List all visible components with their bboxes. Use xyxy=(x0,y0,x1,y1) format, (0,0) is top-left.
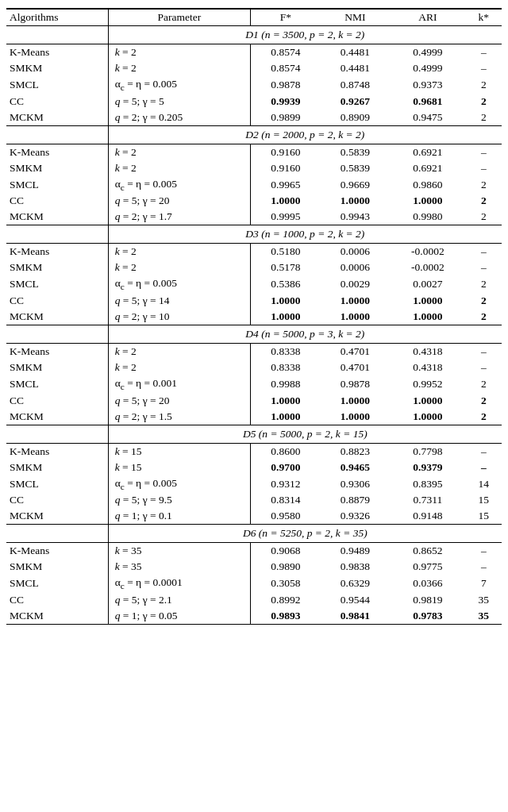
kstar-value: – xyxy=(466,543,502,560)
nmi-value: 0.8823 xyxy=(321,443,390,460)
ari-value: -0.0002 xyxy=(390,244,465,260)
kstar-value: – xyxy=(466,260,502,275)
fstar-value: 0.5180 xyxy=(250,244,320,260)
kstar-value: – xyxy=(466,160,502,176)
algo-name: K-Means xyxy=(6,443,108,460)
nmi-value: 0.9943 xyxy=(321,209,390,225)
ari-value: 0.4999 xyxy=(390,60,465,76)
ari-value: -0.0002 xyxy=(390,260,465,275)
section-title-2: D3 (n = 1000, p = 2, k = 2) xyxy=(108,225,502,244)
param-value: q = 5; γ = 20 xyxy=(108,193,250,209)
algo-name: MCKM xyxy=(6,409,108,425)
nmi-value: 0.9465 xyxy=(321,460,390,475)
nmi-value: 0.8909 xyxy=(321,110,390,126)
param-value: k = 2 xyxy=(108,344,250,360)
section-title-0: D1 (n = 3500, p = 2, k = 2) xyxy=(108,26,502,44)
param-value: αc = η = 0.001 xyxy=(108,375,250,393)
fstar-value: 0.5178 xyxy=(250,260,320,275)
kstar-value: 15 xyxy=(466,508,502,525)
nmi-value: 0.5839 xyxy=(321,160,390,176)
fstar-value: 1.0000 xyxy=(250,309,320,325)
algo-name: SMCL xyxy=(6,475,108,493)
nmi-value: 0.0029 xyxy=(321,275,390,293)
ari-value: 0.9819 xyxy=(390,592,465,608)
nmi-value: 0.6329 xyxy=(321,575,390,592)
algo-name: SMCL xyxy=(6,76,108,94)
ari-value: 0.4318 xyxy=(390,360,465,375)
algo-name: SMKM xyxy=(6,460,108,475)
algo-name: MCKM xyxy=(6,608,108,625)
param-value: k = 2 xyxy=(108,260,250,275)
ari-value: 1.0000 xyxy=(390,309,465,325)
ari-value: 1.0000 xyxy=(390,293,465,309)
param-value: k = 15 xyxy=(108,460,250,475)
ari-value: 0.9952 xyxy=(390,375,465,393)
kstar-value: 2 xyxy=(466,110,502,126)
ari-value: 1.0000 xyxy=(390,193,465,209)
ari-value: 0.8652 xyxy=(390,543,465,560)
algo-name: CC xyxy=(6,492,108,508)
fstar-value: 0.8992 xyxy=(250,592,320,608)
ari-value: 0.4318 xyxy=(390,344,465,360)
ari-value: 0.9783 xyxy=(390,608,465,625)
section-title-3: D4 (n = 5000, p = 3, k = 2) xyxy=(108,325,502,344)
kstar-value: 7 xyxy=(466,575,502,592)
header-fstar: F* xyxy=(250,9,320,26)
nmi-value: 1.0000 xyxy=(321,193,390,209)
algo-name: MCKM xyxy=(6,309,108,325)
header-algo: Algorithms xyxy=(6,9,108,26)
nmi-value: 0.4701 xyxy=(321,360,390,375)
param-value: q = 1; γ = 0.1 xyxy=(108,508,250,525)
results-table: Algorithms Parameter F* NMI ARI k* D1 (n… xyxy=(6,8,502,625)
param-value: k = 35 xyxy=(108,543,250,560)
kstar-value: 2 xyxy=(466,176,502,194)
fstar-value: 0.9312 xyxy=(250,475,320,493)
section-header-algo-spacer xyxy=(6,125,108,144)
algo-name: K-Means xyxy=(6,543,108,560)
fstar-value: 1.0000 xyxy=(250,393,320,409)
param-value: q = 5; γ = 20 xyxy=(108,393,250,409)
algo-name: MCKM xyxy=(6,209,108,225)
fstar-value: 1.0000 xyxy=(250,293,320,309)
ari-value: 0.9980 xyxy=(390,209,465,225)
nmi-value: 0.9267 xyxy=(321,94,390,110)
algo-name: K-Means xyxy=(6,44,108,61)
algo-name: SMKM xyxy=(6,260,108,275)
param-value: k = 35 xyxy=(108,559,250,575)
ari-value: 0.9860 xyxy=(390,176,465,194)
kstar-value: – xyxy=(466,559,502,575)
algo-name: SMKM xyxy=(6,559,108,575)
kstar-value: 2 xyxy=(466,393,502,409)
section-header-algo-spacer xyxy=(6,425,108,443)
ari-value: 0.9475 xyxy=(390,110,465,126)
nmi-value: 0.8879 xyxy=(321,492,390,508)
algo-name: MCKM xyxy=(6,508,108,525)
fstar-value: 0.8600 xyxy=(250,443,320,460)
algo-name: SMKM xyxy=(6,60,108,76)
algo-name: K-Means xyxy=(6,144,108,160)
param-value: q = 2; γ = 1.7 xyxy=(108,209,250,225)
fstar-value: 0.9988 xyxy=(250,375,320,393)
ari-value: 0.6921 xyxy=(390,144,465,160)
nmi-value: 1.0000 xyxy=(321,293,390,309)
kstar-value: 2 xyxy=(466,375,502,393)
fstar-value: 0.9890 xyxy=(250,559,320,575)
section-header-algo-spacer xyxy=(6,325,108,344)
nmi-value: 1.0000 xyxy=(321,309,390,325)
ari-value: 0.9373 xyxy=(390,76,465,94)
algo-name: MCKM xyxy=(6,110,108,126)
nmi-value: 0.9544 xyxy=(321,592,390,608)
fstar-value: 0.9160 xyxy=(250,144,320,160)
section-title-1: D2 (n = 2000, p = 2, k = 2) xyxy=(108,125,502,144)
kstar-value: 35 xyxy=(466,608,502,625)
algo-name: CC xyxy=(6,94,108,110)
nmi-value: 0.0006 xyxy=(321,244,390,260)
fstar-value: 0.9995 xyxy=(250,209,320,225)
param-value: k = 2 xyxy=(108,160,250,176)
fstar-value: 0.9965 xyxy=(250,176,320,194)
nmi-value: 1.0000 xyxy=(321,409,390,425)
nmi-value: 0.9306 xyxy=(321,475,390,493)
fstar-value: 0.9700 xyxy=(250,460,320,475)
fstar-value: 0.9068 xyxy=(250,543,320,560)
fstar-value: 0.8314 xyxy=(250,492,320,508)
